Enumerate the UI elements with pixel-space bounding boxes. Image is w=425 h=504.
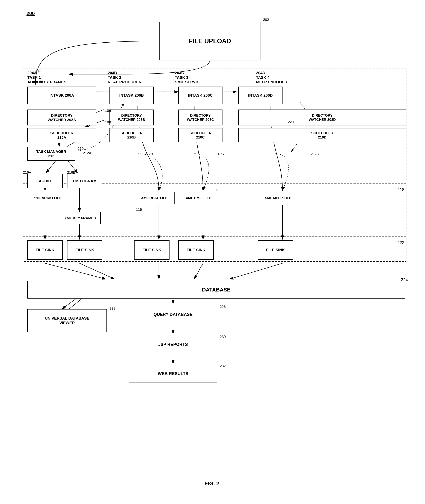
ref-224: 224 <box>401 277 408 282</box>
svg-rect-0 <box>23 69 406 182</box>
dir-watcher-208b: DIRECTORY WATCHER 208B <box>109 109 154 125</box>
task-manager-212: TASK MANAGER 212 <box>27 147 75 161</box>
svg-line-24 <box>230 263 283 279</box>
file-sink-3: FILE SINK <box>134 240 170 260</box>
task4-label: 204D TASK 4MELP ENCODER <box>256 71 287 84</box>
file-sink-5: FILE SINK <box>258 240 293 260</box>
ref-106: 106 <box>105 109 111 113</box>
diagram-container: 200 FILE UPLOAD 202 112 204A TASK 1AUDIO… <box>0 0 425 504</box>
ref-116: 116 <box>136 208 142 212</box>
xml-key-frames-group: XML XML KEY FRAMES <box>60 212 101 224</box>
jsp-reports-box: JSP REPORTS <box>129 336 217 353</box>
ref-226: 226 <box>220 305 226 309</box>
scheduler-210a: SCHEDULER 210A <box>27 128 96 142</box>
universal-db-viewer: UNIVERSAL DATABASE VIEWER <box>27 309 107 332</box>
histogram-box: HISTOGRAM <box>67 174 102 188</box>
dir-watcher-208a: DIRECTORY WATCHER 208A <box>27 109 96 125</box>
ref-230: 230 <box>220 335 226 339</box>
dir-watcher-208c: DIRECTORY WATCHER 208C <box>178 109 222 125</box>
audio-box: AUDIO <box>27 174 63 188</box>
melp-file-box: XML MELP FILE <box>258 192 299 204</box>
xml-audio-file-group: XML XML AUDIO FILE <box>27 192 68 204</box>
svg-line-20 <box>45 263 106 279</box>
fig-label: FIG. 2 <box>186 481 238 486</box>
ref-216b: 216B <box>67 170 75 175</box>
file-sink-4: FILE SINK <box>178 240 214 260</box>
scheduler-210d: SCHEDULER 210D <box>238 128 406 142</box>
ref-232: 232 <box>220 364 226 368</box>
real-file-box: XML REAL FILE <box>134 192 175 204</box>
ref-108: 108 <box>105 120 111 124</box>
ref-110: 110 <box>78 147 84 151</box>
ref-202: 202 <box>263 18 269 22</box>
xml-melp-file-group: XML XML MELP FILE <box>258 192 299 204</box>
diagram-number: 200 <box>27 11 35 16</box>
task2-label: 204B TASK 2REAL PRODUCER <box>108 71 142 84</box>
scheduler-210b: SCHEDULER 210B <box>109 128 154 142</box>
file-sink-1: FILE SINK <box>27 240 63 260</box>
web-results-box: WEB RESULTS <box>129 365 217 383</box>
intask-206d: INTASK 206D <box>238 87 283 104</box>
ref-220: 220 <box>288 120 294 124</box>
xml-smil-file-group: XML XML SMIL FILE <box>178 192 219 204</box>
ref-212c: 212C <box>215 152 224 156</box>
ref-212d: 212D <box>311 152 319 156</box>
intask-206a: INTASK 206A <box>27 87 96 104</box>
svg-line-23 <box>194 263 203 279</box>
ref-114: 114 <box>212 188 218 192</box>
ref-222: 222 <box>397 240 404 245</box>
database-box: DATABASE <box>27 281 405 299</box>
ref-218: 218 <box>397 187 404 192</box>
smil-file-box: XML SMIL FILE <box>178 192 219 204</box>
ref-212a: 212A <box>83 151 91 155</box>
intask-206c: INTASK 206C <box>178 87 222 104</box>
file-upload-box: FILE UPLOAD <box>159 22 260 60</box>
task1-label: 204A TASK 1AUDIO/KEY FRAMES <box>27 71 66 84</box>
task3-label: 204C TASK 3SMIL SERVICE <box>175 71 202 84</box>
query-database-box: QUERY DATABASE <box>129 306 217 323</box>
ref-212b: 212B <box>145 152 153 156</box>
audio-file-box: XML AUDIO FILE <box>27 192 68 204</box>
file-sink-2: FILE SINK <box>67 240 102 260</box>
dir-watcher-208d: DIRECTORY WATCHER 208D <box>238 109 406 125</box>
ref-228: 228 <box>109 307 115 310</box>
intask-206b: INTASK 206B <box>109 87 154 104</box>
ref-216a: 216A <box>23 170 31 175</box>
key-frames-box: XML KEY FRAMES <box>60 212 101 224</box>
svg-line-21 <box>80 263 115 279</box>
xml-real-file-group: XML XML REAL FILE <box>134 192 175 204</box>
scheduler-210c: SCHEDULER 210C <box>178 128 222 142</box>
